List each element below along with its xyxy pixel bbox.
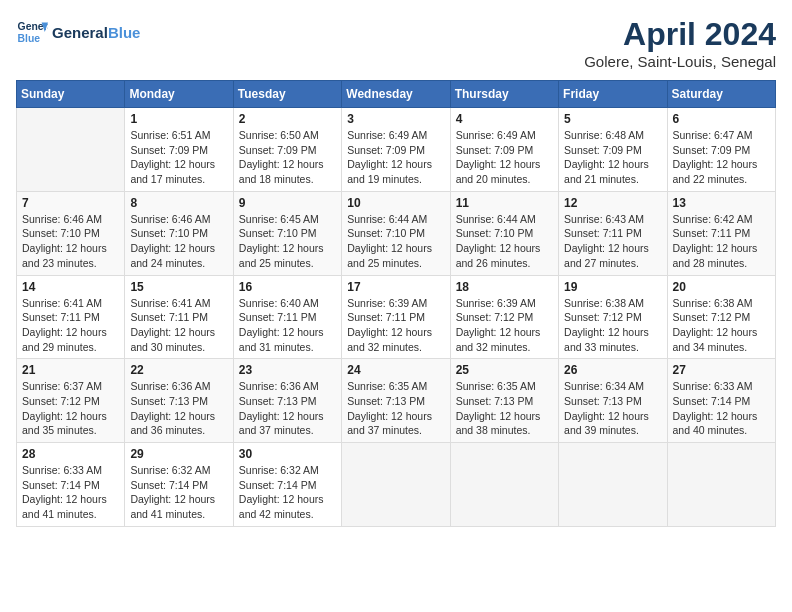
calendar-cell: 20Sunrise: 6:38 AMSunset: 7:12 PMDayligh… xyxy=(667,275,775,359)
day-number: 23 xyxy=(239,363,336,377)
calendar-cell xyxy=(667,443,775,527)
day-info: Sunrise: 6:42 AMSunset: 7:11 PMDaylight:… xyxy=(673,212,770,271)
day-info: Sunrise: 6:43 AMSunset: 7:11 PMDaylight:… xyxy=(564,212,661,271)
weekday-header-monday: Monday xyxy=(125,81,233,108)
day-number: 14 xyxy=(22,280,119,294)
day-info: Sunrise: 6:36 AMSunset: 7:13 PMDaylight:… xyxy=(130,379,227,438)
calendar-cell xyxy=(17,108,125,192)
calendar-cell: 7Sunrise: 6:46 AMSunset: 7:10 PMDaylight… xyxy=(17,191,125,275)
calendar-cell: 5Sunrise: 6:48 AMSunset: 7:09 PMDaylight… xyxy=(559,108,667,192)
day-number: 16 xyxy=(239,280,336,294)
day-info: Sunrise: 6:37 AMSunset: 7:12 PMDaylight:… xyxy=(22,379,119,438)
day-number: 27 xyxy=(673,363,770,377)
day-number: 28 xyxy=(22,447,119,461)
day-number: 30 xyxy=(239,447,336,461)
day-info: Sunrise: 6:39 AMSunset: 7:11 PMDaylight:… xyxy=(347,296,444,355)
day-info: Sunrise: 6:45 AMSunset: 7:10 PMDaylight:… xyxy=(239,212,336,271)
calendar-cell: 12Sunrise: 6:43 AMSunset: 7:11 PMDayligh… xyxy=(559,191,667,275)
day-info: Sunrise: 6:38 AMSunset: 7:12 PMDaylight:… xyxy=(673,296,770,355)
calendar-week-1: 1Sunrise: 6:51 AMSunset: 7:09 PMDaylight… xyxy=(17,108,776,192)
day-number: 1 xyxy=(130,112,227,126)
calendar-cell: 2Sunrise: 6:50 AMSunset: 7:09 PMDaylight… xyxy=(233,108,341,192)
svg-text:Blue: Blue xyxy=(18,33,41,44)
calendar-cell: 3Sunrise: 6:49 AMSunset: 7:09 PMDaylight… xyxy=(342,108,450,192)
logo-text: GeneralBlue xyxy=(52,24,140,41)
calendar-week-4: 21Sunrise: 6:37 AMSunset: 7:12 PMDayligh… xyxy=(17,359,776,443)
day-info: Sunrise: 6:39 AMSunset: 7:12 PMDaylight:… xyxy=(456,296,553,355)
calendar-cell: 18Sunrise: 6:39 AMSunset: 7:12 PMDayligh… xyxy=(450,275,558,359)
calendar-cell: 29Sunrise: 6:32 AMSunset: 7:14 PMDayligh… xyxy=(125,443,233,527)
calendar-table: SundayMondayTuesdayWednesdayThursdayFrid… xyxy=(16,80,776,527)
calendar-cell: 28Sunrise: 6:33 AMSunset: 7:14 PMDayligh… xyxy=(17,443,125,527)
day-info: Sunrise: 6:32 AMSunset: 7:14 PMDaylight:… xyxy=(130,463,227,522)
weekday-header-wednesday: Wednesday xyxy=(342,81,450,108)
calendar-cell: 17Sunrise: 6:39 AMSunset: 7:11 PMDayligh… xyxy=(342,275,450,359)
day-info: Sunrise: 6:47 AMSunset: 7:09 PMDaylight:… xyxy=(673,128,770,187)
weekday-header-saturday: Saturday xyxy=(667,81,775,108)
logo: General Blue GeneralBlue xyxy=(16,16,140,48)
day-number: 24 xyxy=(347,363,444,377)
calendar-cell: 22Sunrise: 6:36 AMSunset: 7:13 PMDayligh… xyxy=(125,359,233,443)
calendar-cell xyxy=(342,443,450,527)
day-number: 25 xyxy=(456,363,553,377)
calendar-cell xyxy=(450,443,558,527)
calendar-cell: 13Sunrise: 6:42 AMSunset: 7:11 PMDayligh… xyxy=(667,191,775,275)
day-info: Sunrise: 6:51 AMSunset: 7:09 PMDaylight:… xyxy=(130,128,227,187)
day-info: Sunrise: 6:49 AMSunset: 7:09 PMDaylight:… xyxy=(347,128,444,187)
location-subtitle: Golere, Saint-Louis, Senegal xyxy=(584,53,776,70)
day-number: 8 xyxy=(130,196,227,210)
day-number: 13 xyxy=(673,196,770,210)
day-info: Sunrise: 6:38 AMSunset: 7:12 PMDaylight:… xyxy=(564,296,661,355)
calendar-cell: 23Sunrise: 6:36 AMSunset: 7:13 PMDayligh… xyxy=(233,359,341,443)
calendar-week-3: 14Sunrise: 6:41 AMSunset: 7:11 PMDayligh… xyxy=(17,275,776,359)
calendar-cell: 27Sunrise: 6:33 AMSunset: 7:14 PMDayligh… xyxy=(667,359,775,443)
weekday-header-friday: Friday xyxy=(559,81,667,108)
day-number: 11 xyxy=(456,196,553,210)
day-info: Sunrise: 6:49 AMSunset: 7:09 PMDaylight:… xyxy=(456,128,553,187)
day-info: Sunrise: 6:34 AMSunset: 7:13 PMDaylight:… xyxy=(564,379,661,438)
calendar-cell: 10Sunrise: 6:44 AMSunset: 7:10 PMDayligh… xyxy=(342,191,450,275)
header: General Blue GeneralBlue April 2024 Gole… xyxy=(16,16,776,70)
day-number: 18 xyxy=(456,280,553,294)
day-number: 21 xyxy=(22,363,119,377)
calendar-cell xyxy=(559,443,667,527)
day-number: 5 xyxy=(564,112,661,126)
day-info: Sunrise: 6:44 AMSunset: 7:10 PMDaylight:… xyxy=(347,212,444,271)
day-number: 29 xyxy=(130,447,227,461)
calendar-cell: 1Sunrise: 6:51 AMSunset: 7:09 PMDaylight… xyxy=(125,108,233,192)
calendar-cell: 21Sunrise: 6:37 AMSunset: 7:12 PMDayligh… xyxy=(17,359,125,443)
day-number: 3 xyxy=(347,112,444,126)
day-number: 6 xyxy=(673,112,770,126)
day-number: 9 xyxy=(239,196,336,210)
day-info: Sunrise: 6:41 AMSunset: 7:11 PMDaylight:… xyxy=(130,296,227,355)
day-info: Sunrise: 6:48 AMSunset: 7:09 PMDaylight:… xyxy=(564,128,661,187)
day-number: 2 xyxy=(239,112,336,126)
weekday-header-sunday: Sunday xyxy=(17,81,125,108)
day-info: Sunrise: 6:50 AMSunset: 7:09 PMDaylight:… xyxy=(239,128,336,187)
calendar-cell: 14Sunrise: 6:41 AMSunset: 7:11 PMDayligh… xyxy=(17,275,125,359)
day-number: 12 xyxy=(564,196,661,210)
calendar-cell: 26Sunrise: 6:34 AMSunset: 7:13 PMDayligh… xyxy=(559,359,667,443)
calendar-cell: 19Sunrise: 6:38 AMSunset: 7:12 PMDayligh… xyxy=(559,275,667,359)
weekday-header-thursday: Thursday xyxy=(450,81,558,108)
day-number: 15 xyxy=(130,280,227,294)
calendar-week-2: 7Sunrise: 6:46 AMSunset: 7:10 PMDaylight… xyxy=(17,191,776,275)
day-number: 7 xyxy=(22,196,119,210)
day-info: Sunrise: 6:46 AMSunset: 7:10 PMDaylight:… xyxy=(130,212,227,271)
day-info: Sunrise: 6:36 AMSunset: 7:13 PMDaylight:… xyxy=(239,379,336,438)
calendar-cell: 9Sunrise: 6:45 AMSunset: 7:10 PMDaylight… xyxy=(233,191,341,275)
day-info: Sunrise: 6:41 AMSunset: 7:11 PMDaylight:… xyxy=(22,296,119,355)
calendar-cell: 15Sunrise: 6:41 AMSunset: 7:11 PMDayligh… xyxy=(125,275,233,359)
calendar-week-5: 28Sunrise: 6:33 AMSunset: 7:14 PMDayligh… xyxy=(17,443,776,527)
day-number: 17 xyxy=(347,280,444,294)
calendar-cell: 6Sunrise: 6:47 AMSunset: 7:09 PMDaylight… xyxy=(667,108,775,192)
day-number: 4 xyxy=(456,112,553,126)
weekday-header-tuesday: Tuesday xyxy=(233,81,341,108)
calendar-cell: 11Sunrise: 6:44 AMSunset: 7:10 PMDayligh… xyxy=(450,191,558,275)
day-info: Sunrise: 6:33 AMSunset: 7:14 PMDaylight:… xyxy=(673,379,770,438)
day-number: 22 xyxy=(130,363,227,377)
day-number: 20 xyxy=(673,280,770,294)
day-info: Sunrise: 6:46 AMSunset: 7:10 PMDaylight:… xyxy=(22,212,119,271)
calendar-cell: 24Sunrise: 6:35 AMSunset: 7:13 PMDayligh… xyxy=(342,359,450,443)
day-info: Sunrise: 6:33 AMSunset: 7:14 PMDaylight:… xyxy=(22,463,119,522)
